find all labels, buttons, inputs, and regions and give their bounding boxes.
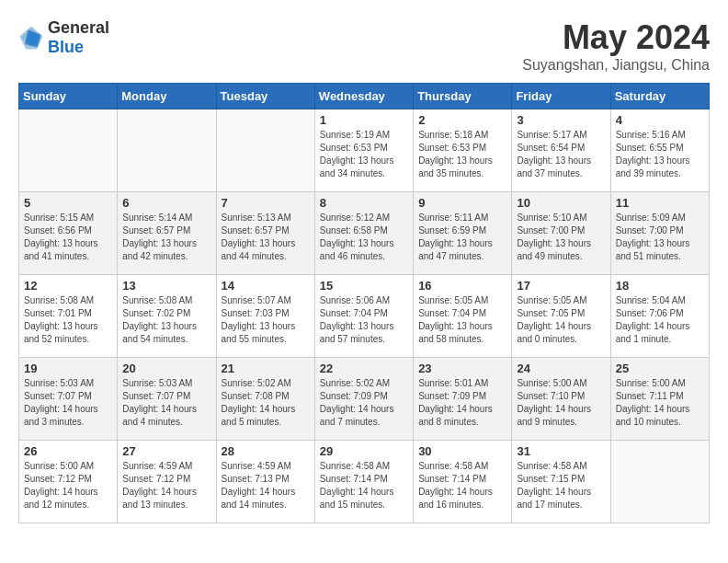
calendar-day-17: 17Sunrise: 5:05 AM Sunset: 7:05 PM Dayli… xyxy=(512,275,610,358)
day-number: 19 xyxy=(24,362,112,375)
day-info: Sunrise: 5:02 AM Sunset: 7:08 PM Dayligh… xyxy=(222,377,310,429)
calendar-day-15: 15Sunrise: 5:06 AM Sunset: 7:04 PM Dayli… xyxy=(314,275,413,358)
day-info: Sunrise: 5:03 AM Sunset: 7:07 PM Dayligh… xyxy=(24,377,112,429)
logo-text: General Blue xyxy=(48,18,109,57)
calendar-week-row: 1Sunrise: 5:19 AM Sunset: 6:53 PM Daylig… xyxy=(19,109,710,192)
header-friday: Friday xyxy=(512,84,610,109)
logo-general: General xyxy=(48,18,109,37)
day-info: Sunrise: 4:58 AM Sunset: 7:14 PM Dayligh… xyxy=(418,460,506,511)
header-monday: Monday xyxy=(118,84,216,109)
calendar-day-6: 6Sunrise: 5:14 AM Sunset: 6:57 PM Daylig… xyxy=(118,192,216,275)
calendar-week-row: 26Sunrise: 5:00 AM Sunset: 7:12 PM Dayli… xyxy=(19,441,710,523)
calendar-day-25: 25Sunrise: 5:00 AM Sunset: 7:11 PM Dayli… xyxy=(610,358,709,441)
calendar-day-3: 3Sunrise: 5:17 AM Sunset: 6:54 PM Daylig… xyxy=(512,109,610,192)
calendar-day-2: 2Sunrise: 5:18 AM Sunset: 6:53 PM Daylig… xyxy=(414,109,512,192)
calendar-day-24: 24Sunrise: 5:00 AM Sunset: 7:10 PM Dayli… xyxy=(512,358,610,441)
day-number: 28 xyxy=(222,444,310,458)
day-number: 20 xyxy=(122,362,210,375)
header-wednesday: Wednesday xyxy=(314,84,413,109)
day-info: Sunrise: 5:10 AM Sunset: 7:00 PM Dayligh… xyxy=(517,212,605,263)
day-info: Sunrise: 5:08 AM Sunset: 7:01 PM Dayligh… xyxy=(24,294,112,346)
day-info: Sunrise: 5:09 AM Sunset: 7:00 PM Dayligh… xyxy=(616,212,704,263)
day-number: 30 xyxy=(418,444,506,458)
calendar-day-11: 11Sunrise: 5:09 AM Sunset: 7:00 PM Dayli… xyxy=(610,192,709,275)
day-number: 27 xyxy=(122,444,210,458)
day-number: 9 xyxy=(418,196,506,210)
day-number: 8 xyxy=(320,196,408,210)
calendar-day-19: 19Sunrise: 5:03 AM Sunset: 7:07 PM Dayli… xyxy=(19,358,118,441)
day-number: 2 xyxy=(418,113,506,127)
day-info: Sunrise: 4:59 AM Sunset: 7:12 PM Dayligh… xyxy=(122,460,210,511)
calendar-week-row: 5Sunrise: 5:15 AM Sunset: 6:56 PM Daylig… xyxy=(19,192,710,275)
calendar-day-27: 27Sunrise: 4:59 AM Sunset: 7:12 PM Dayli… xyxy=(118,441,216,523)
day-info: Sunrise: 5:00 AM Sunset: 7:10 PM Dayligh… xyxy=(517,377,605,429)
calendar-day-1: 1Sunrise: 5:19 AM Sunset: 6:53 PM Daylig… xyxy=(314,109,413,192)
day-number: 11 xyxy=(616,196,704,210)
day-info: Sunrise: 4:59 AM Sunset: 7:13 PM Dayligh… xyxy=(222,460,310,511)
day-number: 14 xyxy=(222,279,310,293)
header-sunday: Sunday xyxy=(19,84,118,109)
day-number: 12 xyxy=(24,279,112,293)
logo: General Blue xyxy=(18,18,109,57)
day-info: Sunrise: 5:13 AM Sunset: 6:57 PM Dayligh… xyxy=(222,212,310,263)
day-number: 25 xyxy=(616,362,704,375)
calendar-day-10: 10Sunrise: 5:10 AM Sunset: 7:00 PM Dayli… xyxy=(512,192,610,275)
calendar-day-23: 23Sunrise: 5:01 AM Sunset: 7:09 PM Dayli… xyxy=(414,358,512,441)
calendar-day-8: 8Sunrise: 5:12 AM Sunset: 6:58 PM Daylig… xyxy=(314,192,413,275)
day-info: Sunrise: 5:00 AM Sunset: 7:12 PM Dayligh… xyxy=(24,460,112,511)
day-info: Sunrise: 4:58 AM Sunset: 7:14 PM Dayligh… xyxy=(320,460,408,511)
page-header: General Blue May 2024 Suyangshan, Jiangs… xyxy=(18,18,710,74)
calendar-empty-cell xyxy=(118,109,216,192)
day-info: Sunrise: 5:19 AM Sunset: 6:53 PM Dayligh… xyxy=(320,129,408,180)
day-info: Sunrise: 5:08 AM Sunset: 7:02 PM Dayligh… xyxy=(122,294,210,346)
day-number: 26 xyxy=(24,444,112,458)
day-info: Sunrise: 5:17 AM Sunset: 6:54 PM Dayligh… xyxy=(517,129,605,180)
title-block: May 2024 Suyangshan, Jiangsu, China xyxy=(522,18,710,74)
calendar-day-16: 16Sunrise: 5:05 AM Sunset: 7:04 PM Dayli… xyxy=(414,275,512,358)
day-number: 18 xyxy=(616,279,704,293)
day-number: 7 xyxy=(222,196,310,210)
day-info: Sunrise: 5:03 AM Sunset: 7:07 PM Dayligh… xyxy=(122,377,210,429)
header-saturday: Saturday xyxy=(610,84,709,109)
calendar-day-31: 31Sunrise: 4:58 AM Sunset: 7:15 PM Dayli… xyxy=(512,441,610,523)
day-number: 24 xyxy=(517,362,605,375)
day-number: 13 xyxy=(122,279,210,293)
calendar-empty-cell xyxy=(216,109,314,192)
calendar-day-4: 4Sunrise: 5:16 AM Sunset: 6:55 PM Daylig… xyxy=(610,109,709,192)
day-info: Sunrise: 5:16 AM Sunset: 6:55 PM Dayligh… xyxy=(616,129,704,180)
day-number: 22 xyxy=(320,362,408,375)
logo-icon xyxy=(18,25,44,51)
calendar-day-21: 21Sunrise: 5:02 AM Sunset: 7:08 PM Dayli… xyxy=(216,358,314,441)
calendar-day-14: 14Sunrise: 5:07 AM Sunset: 7:03 PM Dayli… xyxy=(216,275,314,358)
day-info: Sunrise: 5:07 AM Sunset: 7:03 PM Dayligh… xyxy=(222,294,310,346)
day-info: Sunrise: 5:12 AM Sunset: 6:58 PM Dayligh… xyxy=(320,212,408,263)
day-info: Sunrise: 5:02 AM Sunset: 7:09 PM Dayligh… xyxy=(320,377,408,429)
day-info: Sunrise: 5:05 AM Sunset: 7:05 PM Dayligh… xyxy=(517,294,605,346)
calendar-week-row: 19Sunrise: 5:03 AM Sunset: 7:07 PM Dayli… xyxy=(19,358,710,441)
day-info: Sunrise: 5:05 AM Sunset: 7:04 PM Dayligh… xyxy=(418,294,506,346)
day-number: 23 xyxy=(418,362,506,375)
weekday-header-row: SundayMondayTuesdayWednesdayThursdayFrid… xyxy=(19,84,710,109)
calendar-day-5: 5Sunrise: 5:15 AM Sunset: 6:56 PM Daylig… xyxy=(19,192,118,275)
calendar-day-12: 12Sunrise: 5:08 AM Sunset: 7:01 PM Dayli… xyxy=(19,275,118,358)
calendar-day-20: 20Sunrise: 5:03 AM Sunset: 7:07 PM Dayli… xyxy=(118,358,216,441)
day-info: Sunrise: 5:06 AM Sunset: 7:04 PM Dayligh… xyxy=(320,294,408,346)
calendar-day-13: 13Sunrise: 5:08 AM Sunset: 7:02 PM Dayli… xyxy=(118,275,216,358)
day-number: 16 xyxy=(418,279,506,293)
calendar-empty-cell xyxy=(610,441,709,523)
day-number: 31 xyxy=(517,444,605,458)
day-info: Sunrise: 5:00 AM Sunset: 7:11 PM Dayligh… xyxy=(616,377,704,429)
calendar-day-7: 7Sunrise: 5:13 AM Sunset: 6:57 PM Daylig… xyxy=(216,192,314,275)
header-thursday: Thursday xyxy=(414,84,512,109)
day-info: Sunrise: 5:11 AM Sunset: 6:59 PM Dayligh… xyxy=(418,212,506,263)
day-info: Sunrise: 5:18 AM Sunset: 6:53 PM Dayligh… xyxy=(418,129,506,180)
day-number: 17 xyxy=(517,279,605,293)
month-title: May 2024 xyxy=(522,18,710,57)
day-info: Sunrise: 5:15 AM Sunset: 6:56 PM Dayligh… xyxy=(24,212,112,263)
day-info: Sunrise: 4:58 AM Sunset: 7:15 PM Dayligh… xyxy=(517,460,605,511)
logo-blue: Blue xyxy=(48,38,84,56)
calendar-day-18: 18Sunrise: 5:04 AM Sunset: 7:06 PM Dayli… xyxy=(610,275,709,358)
calendar-week-row: 12Sunrise: 5:08 AM Sunset: 7:01 PM Dayli… xyxy=(19,275,710,358)
calendar-day-22: 22Sunrise: 5:02 AM Sunset: 7:09 PM Dayli… xyxy=(314,358,413,441)
calendar-day-9: 9Sunrise: 5:11 AM Sunset: 6:59 PM Daylig… xyxy=(414,192,512,275)
